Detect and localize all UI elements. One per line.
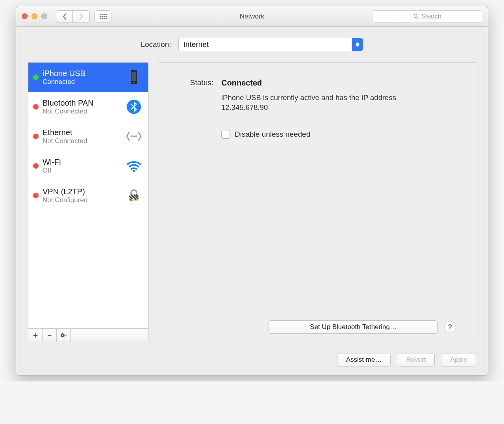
interface-name: Bluetooth PAN bbox=[43, 99, 121, 108]
wifi-icon bbox=[125, 157, 143, 175]
body: iPhone USB Connected Bluetooth PAN Not C… bbox=[16, 62, 488, 349]
svg-point-6 bbox=[135, 136, 137, 138]
assist-me-label: Assist me… bbox=[346, 356, 382, 364]
status-dot-icon bbox=[33, 193, 39, 198]
status-body: Connected iPhone USB is currently active… bbox=[221, 78, 456, 113]
status-description: iPhone USB is currently active and has t… bbox=[221, 93, 426, 113]
status-dot-icon bbox=[33, 74, 39, 80]
interface-item-bluetooth-pan[interactable]: Bluetooth PAN Not Connected bbox=[28, 92, 148, 122]
interface-text: VPN (L2TP) Not Configured bbox=[43, 187, 121, 204]
minus-icon: － bbox=[46, 330, 54, 340]
zoom-window-button[interactable] bbox=[41, 13, 47, 19]
svg-point-2 bbox=[133, 82, 135, 84]
interface-item-vpn[interactable]: VPN (L2TP) Not Configured bbox=[28, 181, 148, 210]
status-dot-icon bbox=[33, 104, 39, 110]
window-title: Network bbox=[240, 13, 264, 20]
location-label: Location: bbox=[141, 40, 171, 49]
svg-point-4 bbox=[131, 136, 133, 138]
nav-buttons bbox=[56, 10, 90, 23]
interface-item-iphone-usb[interactable]: iPhone USB Connected bbox=[28, 63, 148, 92]
interface-name: iPhone USB bbox=[43, 69, 121, 78]
status-label: Status: bbox=[178, 78, 213, 113]
interface-item-wifi[interactable]: Wi-Fi Off bbox=[28, 151, 148, 181]
status-row: Status: Connected iPhone USB is currentl… bbox=[178, 78, 456, 113]
select-arrows-icon bbox=[352, 38, 363, 51]
disable-unless-needed-row: Disable unless needed bbox=[221, 130, 456, 139]
lock-icon bbox=[125, 187, 143, 204]
minimize-window-button[interactable] bbox=[32, 13, 37, 19]
remove-interface-button[interactable]: － bbox=[43, 329, 57, 342]
interface-list: iPhone USB Connected Bluetooth PAN Not C… bbox=[28, 63, 148, 328]
close-window-button[interactable] bbox=[22, 13, 28, 19]
detail-footer: Set Up Bluetooth Tethering… ? bbox=[178, 312, 456, 334]
setup-bluetooth-tethering-button[interactable]: Set Up Bluetooth Tethering… bbox=[269, 320, 438, 334]
status-dot-icon bbox=[33, 163, 39, 169]
apply-label: Apply bbox=[450, 356, 467, 364]
interface-detail-pane: Status: Connected iPhone USB is currentl… bbox=[158, 62, 476, 342]
window-footer: Assist me… Revert Apply bbox=[16, 349, 488, 375]
show-all-prefs-button[interactable] bbox=[94, 10, 111, 23]
plus-icon: ＋ bbox=[32, 330, 39, 340]
traffic-lights bbox=[22, 13, 47, 19]
interface-status: Connected bbox=[43, 78, 121, 86]
gear-icon bbox=[61, 332, 67, 338]
back-button[interactable] bbox=[56, 10, 73, 23]
apply-button[interactable]: Apply bbox=[441, 353, 476, 366]
interface-text: Bluetooth PAN Not Connected bbox=[43, 99, 121, 115]
status-value: Connected bbox=[221, 78, 456, 87]
titlebar: Network Search bbox=[16, 6, 488, 27]
interface-status: Not Connected bbox=[43, 137, 121, 145]
grid-icon bbox=[100, 14, 107, 19]
setup-button-label: Set Up Bluetooth Tethering… bbox=[310, 323, 397, 331]
revert-button[interactable]: Revert bbox=[397, 353, 435, 366]
disable-unless-needed-checkbox[interactable] bbox=[221, 130, 230, 139]
assist-me-button[interactable]: Assist me… bbox=[337, 353, 391, 366]
interface-name: Wi-Fi bbox=[43, 158, 121, 167]
interface-text: Ethernet Not Connected bbox=[43, 128, 121, 145]
interface-status: Not Connected bbox=[43, 108, 121, 115]
help-button[interactable]: ? bbox=[444, 321, 456, 333]
search-input[interactable]: Search bbox=[372, 10, 482, 23]
question-icon: ? bbox=[448, 323, 452, 331]
interface-name: Ethernet bbox=[43, 128, 121, 137]
interface-sidebar: iPhone USB Connected Bluetooth PAN Not C… bbox=[28, 62, 148, 342]
interface-status: Off bbox=[43, 167, 121, 175]
ethernet-icon bbox=[125, 128, 143, 145]
interface-text: iPhone USB Connected bbox=[43, 69, 121, 86]
search-icon bbox=[413, 13, 419, 19]
location-row: Location: Internet bbox=[16, 27, 488, 62]
svg-point-5 bbox=[133, 136, 135, 138]
bluetooth-icon bbox=[125, 98, 143, 115]
status-dot-icon bbox=[33, 134, 39, 139]
svg-point-7 bbox=[133, 170, 135, 172]
search-placeholder: Search bbox=[421, 13, 441, 20]
disable-unless-needed-label: Disable unless needed bbox=[235, 130, 310, 139]
interface-text: Wi-Fi Off bbox=[43, 158, 121, 175]
forward-button[interactable] bbox=[73, 10, 90, 23]
add-interface-button[interactable]: ＋ bbox=[28, 329, 43, 342]
interface-name: VPN (L2TP) bbox=[43, 187, 121, 196]
sidebar-footer: ＋ － bbox=[28, 328, 148, 342]
iphone-icon bbox=[125, 69, 143, 86]
network-preferences-window: Network Search Location: Internet iPhone… bbox=[16, 6, 488, 376]
location-select-value: Internet bbox=[183, 40, 209, 49]
svg-rect-1 bbox=[132, 72, 136, 81]
interface-item-ethernet[interactable]: Ethernet Not Connected bbox=[28, 122, 148, 151]
interface-status: Not Configured bbox=[43, 196, 121, 204]
location-select[interactable]: Internet bbox=[178, 38, 363, 51]
interface-actions-button[interactable] bbox=[57, 329, 71, 342]
revert-label: Revert bbox=[406, 356, 426, 364]
